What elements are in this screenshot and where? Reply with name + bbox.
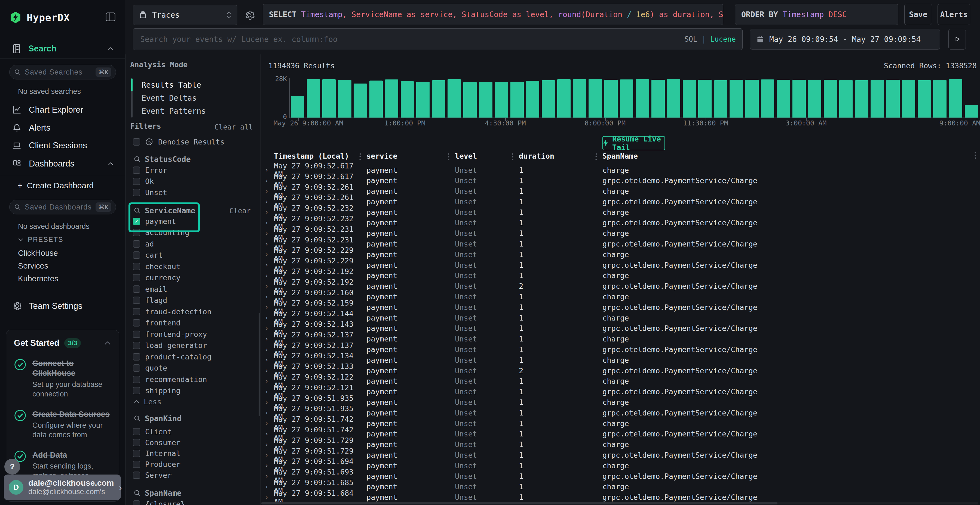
filter-option-label[interactable]: frontend [145,319,180,327]
column-header-level[interactable]: level [455,152,519,160]
scrollbar-thumb[interactable] [261,502,778,505]
get-started-item[interactable]: Create Data SourcesConfigure where your … [14,409,111,440]
row-expand-icon[interactable]: › [265,219,274,227]
saved-dashboards-search[interactable]: ⌘K [9,200,116,214]
table-row[interactable]: ›May 27 9:09:52.617 AMpaymentUnset1charg… [261,162,980,172]
row-expand-icon[interactable]: › [265,240,274,248]
sidebar-item-search[interactable]: Search [0,42,125,55]
denoise-checkbox[interactable] [133,138,140,146]
alerts-button[interactable]: Alerts [937,4,970,25]
search-icon[interactable] [134,156,141,163]
row-expand-icon[interactable]: › [265,314,274,322]
filter-option-label[interactable]: Ok [145,177,154,186]
filter-option-label[interactable]: product-catalog [145,353,212,361]
row-expand-icon[interactable]: › [265,356,274,364]
source-settings-gear-icon[interactable] [244,10,255,21]
language-lucene-option[interactable]: Lucene [710,35,736,43]
sidebar-item-alerts[interactable]: Alerts [0,121,125,134]
row-expand-icon[interactable]: › [265,483,274,491]
filter-option-label[interactable]: quote [145,364,167,372]
sql-select-editor[interactable]: SELECT Timestamp, ServiceName as service… [263,4,723,25]
checkbox[interactable] [133,263,140,270]
sidebar-item-chart-explorer[interactable]: Chart Explorer [0,103,125,116]
row-expand-icon[interactable]: › [265,441,274,448]
checkbox[interactable] [133,308,140,315]
clear-filter-button[interactable]: Clear [229,207,251,215]
row-expand-icon[interactable]: › [265,283,274,290]
sidebar-collapse-icon[interactable] [105,12,116,22]
search-icon[interactable] [134,207,141,214]
saved-searches-search[interactable]: ⌘K [9,65,116,79]
column-header-timestamp[interactable]: Timestamp (Local) [274,152,366,160]
filter-option-label[interactable]: Client [145,427,172,436]
horizontal-scrollbar[interactable] [261,502,978,505]
filter-option-label[interactable]: {closure} [145,500,185,505]
column-resize-handle[interactable] [975,151,976,160]
filter-option-label[interactable]: shipping [145,386,180,395]
sidebar-item-services[interactable]: Services [18,260,48,272]
filter-option-label[interactable]: ad [145,240,154,248]
sidebar-item-team-settings[interactable]: Team Settings [0,300,125,313]
row-expand-icon[interactable]: › [265,472,274,480]
row-expand-icon[interactable]: › [265,187,274,195]
row-expand-icon[interactable]: › [265,409,274,416]
checkbox[interactable] [133,167,140,174]
filter-option-label[interactable]: payment [145,217,176,226]
column-header-spanname[interactable]: SpanName [603,152,980,160]
sidebar-item-clickhouse[interactable]: ClickHouse [18,247,58,259]
checkbox[interactable] [133,461,140,468]
search-icon[interactable] [134,414,141,422]
checkbox[interactable] [133,240,140,248]
column-resize-handle[interactable] [360,152,361,161]
checkbox[interactable]: ✓ [133,218,140,225]
row-expand-icon[interactable]: › [265,325,274,332]
filter-option-label[interactable]: Error [145,166,167,175]
row-expand-icon[interactable]: › [265,251,274,258]
row-expand-icon[interactable]: › [265,388,274,395]
checkbox[interactable] [133,364,140,372]
save-button[interactable]: Save [904,4,932,25]
filter-option-label[interactable]: cart [145,251,163,259]
checkbox[interactable] [133,428,140,435]
checkbox[interactable] [133,189,140,196]
row-expand-icon[interactable]: › [265,177,274,184]
checkbox[interactable] [133,330,140,338]
sidebar-item-dashboards[interactable]: Dashboards [0,157,125,170]
row-expand-icon[interactable]: › [265,346,274,353]
checkbox[interactable] [133,274,140,281]
sidebar-item-client-sessions[interactable]: Client Sessions [0,139,125,152]
checkbox[interactable] [133,450,140,457]
row-expand-icon[interactable]: › [265,198,274,205]
filter-option-label[interactable]: Consumer [145,438,180,447]
row-expand-icon[interactable]: › [265,367,274,375]
checkbox[interactable] [133,387,140,394]
column-header-duration[interactable]: duration [519,152,603,160]
filter-option-label[interactable]: currency [145,273,180,282]
filter-option-label[interactable]: load-generator [145,341,207,349]
checkbox[interactable] [133,472,140,479]
row-expand-icon[interactable]: › [265,293,274,301]
clear-all-filters-button[interactable]: Clear all [215,123,253,131]
row-expand-icon[interactable]: › [265,462,274,469]
row-expand-icon[interactable]: › [265,335,274,343]
run-query-button[interactable] [948,29,966,49]
get-started-item[interactable]: Connect to ClickHouseSet up your databas… [14,358,111,399]
row-expand-icon[interactable]: › [265,261,274,269]
filter-option-label[interactable]: accounting [145,228,189,237]
sql-orderby-editor[interactable]: ORDER BY Timestamp DESC [735,4,898,25]
row-expand-icon[interactable]: › [265,166,274,174]
checkbox[interactable] [133,353,140,360]
checkbox[interactable] [133,376,140,383]
row-expand-icon[interactable]: › [265,430,274,438]
filter-option-label[interactable]: fraud-detection [145,308,212,316]
row-expand-icon[interactable]: › [265,451,274,459]
create-dashboard-button[interactable]: + Create Dashboard [18,179,94,192]
column-header-service[interactable]: service [366,152,455,160]
row-expand-icon[interactable]: › [265,377,274,385]
filter-option-label[interactable]: Internal [145,449,180,458]
sidebar-item-kubernetes[interactable]: Kubernetes [18,273,58,284]
source-select[interactable]: Traces [133,5,237,25]
row-expand-icon[interactable]: › [265,399,274,406]
analysis-mode-event-patterns[interactable]: Event Patterns [142,105,206,118]
event-search-input[interactable] [140,35,679,44]
